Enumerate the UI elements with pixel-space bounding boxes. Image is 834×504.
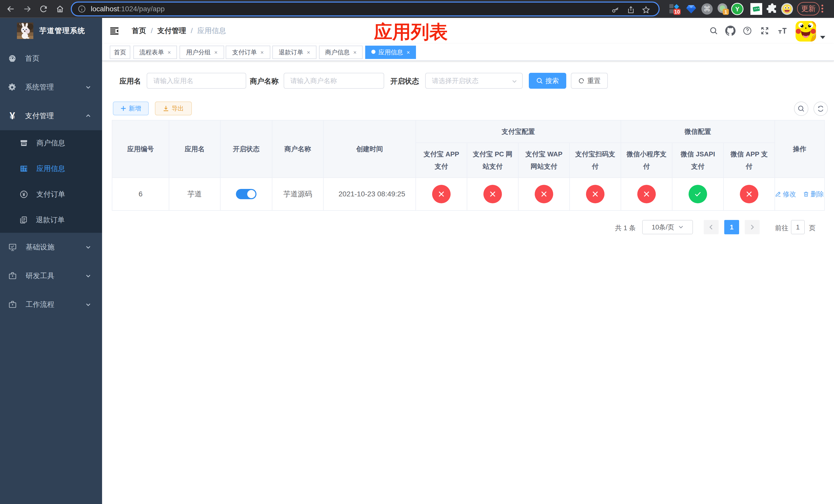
svg-text:Y: Y: [735, 6, 739, 13]
svg-text:10: 10: [674, 9, 680, 15]
svg-text:1: 1: [724, 9, 727, 15]
svg-text:⌘: ⌘: [703, 5, 711, 13]
